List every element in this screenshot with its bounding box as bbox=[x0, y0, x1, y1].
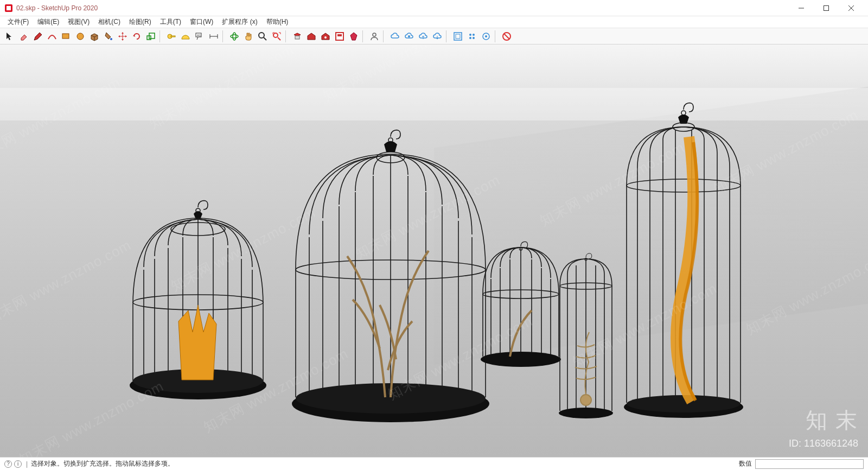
svg-point-24 bbox=[273, 33, 278, 37]
svg-rect-3 bbox=[824, 5, 829, 10]
user-tool[interactable] bbox=[368, 30, 381, 43]
svg-point-34 bbox=[473, 34, 475, 36]
svg-point-20 bbox=[231, 35, 238, 38]
arc-tool[interactable] bbox=[46, 30, 59, 43]
eraser-tool[interactable] bbox=[17, 30, 30, 43]
text-tool[interactable]: A1 bbox=[193, 30, 206, 43]
components-tool[interactable] bbox=[465, 30, 478, 43]
toolbar-separator bbox=[159, 30, 163, 42]
dimension-tool[interactable] bbox=[207, 30, 220, 43]
birdcage-model-2 bbox=[292, 130, 489, 422]
viewport[interactable]: 知末网 www.znzmo.com 知末网 www.znzmo.com 知末网 … bbox=[0, 45, 868, 457]
section-tool[interactable] bbox=[291, 30, 304, 43]
birdcage-model-4 bbox=[559, 253, 613, 418]
window-title: 02.skp - SketchUp Pro 2020 bbox=[16, 4, 789, 12]
app-icon bbox=[4, 4, 13, 12]
styles-tool[interactable] bbox=[480, 30, 493, 43]
svg-line-40 bbox=[504, 34, 509, 39]
select-tool[interactable] bbox=[3, 30, 16, 43]
svg-rect-14 bbox=[171, 36, 175, 37]
toolbar: A1 bbox=[0, 28, 868, 45]
svg-point-86 bbox=[481, 352, 561, 367]
svg-point-33 bbox=[469, 34, 471, 36]
outliner-tool[interactable] bbox=[451, 30, 464, 43]
menu-camera[interactable]: 相机(C) bbox=[94, 16, 125, 28]
svg-point-30 bbox=[408, 35, 410, 37]
svg-rect-25 bbox=[295, 36, 299, 39]
zoom-tool[interactable] bbox=[256, 30, 269, 43]
protractor-tool[interactable] bbox=[179, 30, 192, 43]
svg-point-21 bbox=[233, 33, 236, 40]
menu-view[interactable]: 视图(V) bbox=[63, 16, 94, 28]
scale-tool[interactable] bbox=[144, 30, 157, 43]
svg-rect-28 bbox=[337, 34, 342, 36]
zoom-extents-tool[interactable] bbox=[270, 30, 283, 43]
toolbar-separator bbox=[495, 30, 498, 42]
model-scene bbox=[0, 45, 868, 457]
rectangle-tool[interactable] bbox=[60, 30, 73, 43]
info-icon[interactable]: ? bbox=[4, 460, 12, 468]
tape-tool[interactable] bbox=[165, 30, 178, 43]
svg-point-38 bbox=[485, 35, 487, 37]
menu-extensions[interactable]: 扩展程序 (x) bbox=[218, 16, 261, 28]
pushpull-tool[interactable] bbox=[88, 30, 101, 43]
svg-rect-32 bbox=[456, 34, 460, 39]
layout-tool[interactable] bbox=[333, 30, 346, 43]
status-hint: 选择对象。切换到扩充选择。拖动鼠标选择多项。 bbox=[31, 459, 174, 468]
menu-draw[interactable]: 绘图(R) bbox=[125, 16, 156, 28]
title-bar: 02.skp - SketchUp Pro 2020 bbox=[0, 0, 868, 16]
window-controls bbox=[789, 0, 864, 16]
orbit-tool[interactable] bbox=[228, 30, 241, 43]
menu-tools[interactable]: 工具(T) bbox=[156, 16, 186, 28]
toolbar-separator bbox=[362, 30, 366, 42]
svg-rect-31 bbox=[454, 33, 462, 40]
svg-point-7 bbox=[77, 33, 84, 40]
birdcage-model-1 bbox=[130, 201, 266, 399]
svg-text:A1: A1 bbox=[197, 34, 201, 37]
toolbar-separator bbox=[222, 30, 226, 42]
pencil-tool[interactable] bbox=[31, 30, 44, 43]
svg-rect-6 bbox=[62, 34, 69, 39]
menu-help[interactable]: 帮助(H) bbox=[262, 16, 293, 28]
measure-label: 数值 bbox=[739, 459, 752, 468]
pan-tool[interactable] bbox=[242, 30, 255, 43]
extension-warehouse-tool[interactable] bbox=[319, 30, 332, 43]
toolbar-separator bbox=[285, 30, 289, 42]
cloud-sync-tool[interactable] bbox=[388, 30, 401, 43]
svg-line-23 bbox=[264, 37, 266, 40]
svg-point-96 bbox=[580, 395, 591, 405]
birdcage-model-3 bbox=[481, 242, 561, 367]
menu-bar: 文件(F) 编辑(E) 视图(V) 相机(C) 绘图(R) 工具(T) 窗口(W… bbox=[0, 16, 868, 28]
measure-input[interactable] bbox=[755, 459, 864, 469]
menu-window[interactable]: 窗口(W) bbox=[186, 16, 218, 28]
svg-point-108 bbox=[627, 179, 741, 192]
watermark-logo: 知 末 bbox=[806, 405, 858, 435]
rotate-tool[interactable] bbox=[130, 30, 143, 43]
svg-point-35 bbox=[469, 37, 471, 39]
menu-edit[interactable]: 编辑(E) bbox=[33, 16, 63, 28]
ruby-tool[interactable] bbox=[347, 30, 360, 43]
move-tool[interactable] bbox=[116, 30, 129, 43]
stop-tool[interactable] bbox=[500, 30, 513, 43]
status-bar: ? i | 选择对象。切换到扩充选择。拖动鼠标选择多项。 数值 bbox=[0, 457, 868, 470]
menu-file[interactable]: 文件(F) bbox=[3, 16, 33, 28]
svg-point-36 bbox=[473, 37, 475, 39]
maximize-button[interactable] bbox=[814, 0, 839, 16]
cloud-up-tool[interactable] bbox=[417, 30, 430, 43]
svg-point-26 bbox=[324, 36, 327, 39]
close-button[interactable] bbox=[839, 0, 864, 16]
paint-tool[interactable] bbox=[102, 30, 115, 43]
circle-tool[interactable] bbox=[74, 30, 87, 43]
watermark-id: ID: 1163661248 bbox=[789, 438, 858, 449]
minimize-button[interactable] bbox=[789, 0, 814, 16]
svg-point-8 bbox=[110, 38, 112, 40]
toolbar-separator bbox=[383, 30, 386, 42]
help-icon[interactable]: i bbox=[14, 460, 22, 468]
svg-point-95 bbox=[559, 408, 613, 418]
cloud-link-tool[interactable] bbox=[403, 30, 416, 43]
toolbar-separator bbox=[446, 30, 449, 42]
svg-point-22 bbox=[259, 33, 264, 38]
birdcage-model-5 bbox=[624, 103, 743, 418]
warehouse-tool[interactable] bbox=[305, 30, 318, 43]
cloud-down-tool[interactable] bbox=[431, 30, 444, 43]
